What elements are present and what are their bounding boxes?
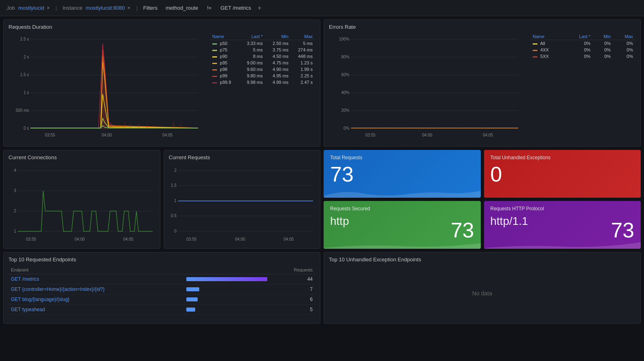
- no-data-label: No data: [329, 266, 635, 321]
- errors-legend-col-last: Last *: [565, 33, 593, 40]
- requests-secured-title: Requests Secured: [330, 206, 474, 211]
- legend-row: p75 5 ms 3.75 ms 274 ms: [210, 47, 315, 53]
- svg-text:2.5 s: 2.5 s: [20, 37, 29, 41]
- svg-text:1 s: 1 s: [23, 90, 29, 95]
- legend-max: 2.47 s: [291, 79, 315, 85]
- legend-last: 9.80 ms: [239, 73, 265, 79]
- nav-filters-label: Filters: [143, 5, 158, 11]
- errors-legend-col-name: Name: [530, 33, 565, 40]
- current-requests-title: Current Requests: [169, 154, 316, 160]
- svg-text:04:00: 04:00: [102, 133, 112, 137]
- legend-name-cell: p99.9: [210, 79, 239, 85]
- nav-instance[interactable]: Instance mostlylucid:8080 ✕: [59, 3, 134, 13]
- legend-min: 2.50 ms: [265, 40, 291, 47]
- legend-max: 5 ms: [291, 40, 315, 47]
- svg-text:2: 2: [174, 168, 177, 173]
- errors-legend-last: 0%: [565, 40, 593, 47]
- legend-max: 274 ms: [291, 47, 315, 53]
- svg-text:0%: 0%: [343, 126, 350, 130]
- nav-job-close[interactable]: ✕: [47, 6, 50, 10]
- requests-secured-card: Requests Secured http 73: [324, 201, 481, 249]
- requests-duration-svg: 2.5 s 2 s 1.5 s 1 s 500 ms 0 s 03:55 04:…: [9, 33, 205, 143]
- svg-text:0 s: 0 s: [23, 126, 29, 130]
- legend-table-duration: Name Last * Min Max p50 3.33 ms 2.50 ms …: [210, 33, 315, 85]
- errors-legend-row: 4XX 0% 0% 0%: [530, 47, 635, 53]
- current-connections-svg: 4 3 2 1 03:55 04:00 04:05: [9, 164, 155, 245]
- table-row: GET {controller=Home}/{action=Index}/{id…: [9, 284, 315, 295]
- errors-legend-col-max: Max: [613, 33, 635, 40]
- svg-text:40%: 40%: [341, 90, 349, 95]
- legend-min: 3.75 ms: [265, 47, 291, 53]
- nav-instance-close[interactable]: ✕: [127, 6, 130, 10]
- legend-last: 9.60 ms: [239, 66, 265, 73]
- errors-legend-name-cell: All: [530, 40, 565, 47]
- row2-left: Current Connections 4 3 2 1 03:55 04:00 …: [3, 150, 320, 249]
- nav-sep-1: |: [55, 5, 57, 11]
- requests-http-wave: [484, 233, 641, 249]
- table-row: GET blog/{language}/{slug} 6: [9, 295, 315, 305]
- nav-sep-2: |: [136, 5, 137, 11]
- requests-duration-panel: Requests Duration 2.5 s 2 s 1.5 s 1 s 50…: [3, 19, 320, 147]
- errors-legend-row: 5XX 0% 0% 0%: [530, 53, 635, 60]
- legend-max: 448 ms: [291, 53, 315, 60]
- errors-rate-panel: Errors Rate 100% 80% 60% 40% 20% 0% 03:5…: [324, 19, 641, 147]
- svg-text:4: 4: [14, 168, 16, 173]
- svg-text:04:05: 04:05: [123, 237, 133, 241]
- endpoint-cell[interactable]: GET typeahead: [9, 305, 184, 315]
- endpoint-cell[interactable]: GET blog/{language}/{slug}: [9, 295, 184, 305]
- svg-text:04:05: 04:05: [483, 133, 493, 137]
- nav-add-filter[interactable]: +: [258, 4, 261, 12]
- svg-text:3: 3: [14, 188, 16, 193]
- legend-name-cell: p75: [210, 47, 239, 53]
- legend-max: 1.23 s: [291, 60, 315, 66]
- legend-row: p99 9.80 ms 4.95 ms 2.25 s: [210, 73, 315, 79]
- requests-http-protocol-title: Requests HTTP Protocol: [490, 206, 635, 211]
- nav-filter-val[interactable]: GET /metrics: [217, 3, 254, 13]
- endpoint-cell[interactable]: GET {controller=Home}/{action=Index}/{id…: [9, 284, 184, 295]
- legend-max: 1.99 s: [291, 66, 315, 73]
- legend-col-name: Name: [210, 33, 239, 40]
- legend-last: 9.98 ms: [239, 79, 265, 85]
- main-content: Requests Duration 2.5 s 2 s 1.5 s 1 s 50…: [0, 16, 644, 330]
- errors-legend-row: All 0% 0% 0%: [530, 40, 635, 47]
- top10-exceptions-panel: Top 10 Unhandled Exception Endpoints No …: [324, 252, 641, 324]
- bar-cell: [184, 274, 273, 284]
- errors-rate-title: Errors Rate: [329, 24, 635, 30]
- svg-text:2: 2: [14, 209, 16, 213]
- legend-name-cell: p95: [210, 60, 239, 66]
- current-connections-panel: Current Connections 4 3 2 1 03:55 04:00 …: [3, 150, 160, 249]
- current-connections-title: Current Connections: [9, 154, 155, 160]
- errors-rate-legend: Name Last * Min Max All 0% 0% 0% 4XX 0% …: [530, 33, 635, 144]
- total-unhandled-value: 0: [490, 164, 635, 185]
- nav-filter-op[interactable]: !=: [203, 3, 215, 13]
- legend-min: 4.99 ms: [265, 79, 291, 85]
- requests-duration-chart-area: 2.5 s 2 s 1.5 s 1 s 500 ms 0 s 03:55 04:…: [9, 33, 315, 144]
- legend-last: 8 ms: [239, 53, 265, 60]
- nav-filters[interactable]: Filters: [140, 3, 161, 13]
- count-cell: 5: [273, 305, 315, 315]
- svg-text:03:55: 03:55: [45, 133, 55, 137]
- legend-name-cell: p90: [210, 53, 239, 60]
- legend-min: 4.90 ms: [265, 66, 291, 73]
- svg-text:04:00: 04:00: [75, 237, 85, 241]
- endpoint-cell[interactable]: GET /metrics: [9, 274, 184, 284]
- errors-rate-svg-wrap: 100% 80% 60% 40% 20% 0% 03:55 04:00 04:0…: [329, 33, 525, 144]
- col-requests: Requests: [273, 266, 315, 274]
- svg-text:04:05: 04:05: [162, 133, 173, 137]
- nav-job-label: Job: [6, 5, 15, 11]
- nav-filter-op-value: !=: [207, 5, 211, 11]
- legend-min: 4.95 ms: [265, 73, 291, 79]
- errors-legend-name-cell: 5XX: [530, 53, 565, 60]
- svg-marker-17: [172, 121, 182, 128]
- legend-col-last: Last *: [239, 33, 265, 40]
- nav-job[interactable]: Job mostlylucid ✕: [3, 3, 53, 13]
- nav-instance-name: mostlylucid:8080: [86, 5, 125, 11]
- svg-text:04:05: 04:05: [284, 237, 294, 241]
- legend-col-min: Min: [265, 33, 291, 40]
- nav-filter-key[interactable]: method_route: [162, 3, 201, 13]
- legend-last: 3.33 ms: [239, 40, 265, 47]
- legend-min: 4.50 ms: [265, 53, 291, 60]
- errors-legend-max: 0%: [613, 40, 635, 47]
- legend-row: p98 9.60 ms 4.90 ms 1.99 s: [210, 66, 315, 73]
- legend-table-errors: Name Last * Min Max All 0% 0% 0% 4XX 0% …: [530, 33, 635, 60]
